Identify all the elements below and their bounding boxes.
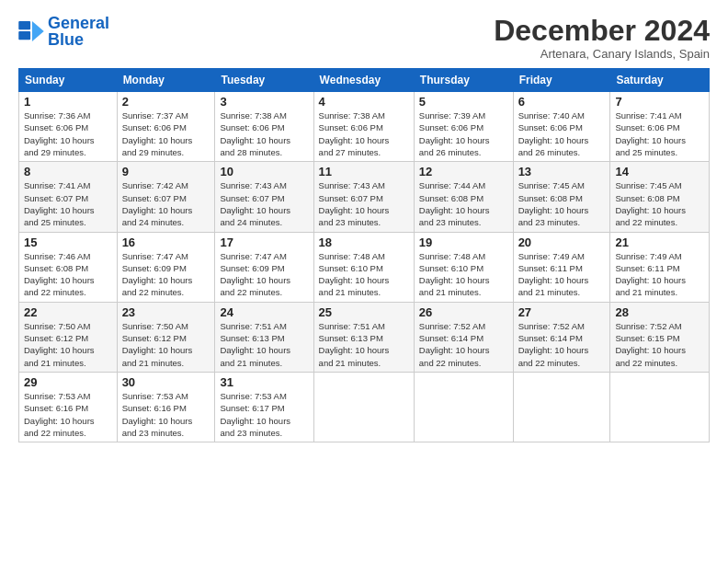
col-friday: Friday [513, 69, 610, 92]
table-row: 29Sunrise: 7:53 AM Sunset: 6:16 PM Dayli… [19, 372, 118, 442]
calendar-table: Sunday Monday Tuesday Wednesday Thursday… [18, 68, 710, 442]
table-row [414, 372, 513, 442]
day-number: 1 [24, 95, 112, 109]
day-number: 14 [615, 165, 704, 178]
table-row: 8Sunrise: 7:41 AM Sunset: 6:07 PM Daylig… [19, 162, 118, 232]
table-row: 17Sunrise: 7:47 AM Sunset: 6:09 PM Dayli… [215, 232, 313, 302]
day-info: Sunrise: 7:49 AM Sunset: 6:11 PM Dayligh… [615, 250, 704, 299]
subtitle: Artenara, Canary Islands, Spain [494, 47, 710, 61]
day-info: Sunrise: 7:43 AM Sunset: 6:07 PM Dayligh… [319, 179, 409, 228]
table-row: 9Sunrise: 7:42 AM Sunset: 6:07 PM Daylig… [117, 162, 215, 232]
day-info: Sunrise: 7:48 AM Sunset: 6:10 PM Dayligh… [319, 250, 409, 299]
calendar-week-row: 22Sunrise: 7:50 AM Sunset: 6:12 PM Dayli… [19, 302, 710, 372]
table-row: 27Sunrise: 7:52 AM Sunset: 6:14 PM Dayli… [513, 302, 610, 372]
day-number: 5 [419, 95, 508, 109]
svg-rect-1 [18, 31, 30, 40]
day-number: 27 [518, 305, 606, 319]
day-info: Sunrise: 7:48 AM Sunset: 6:10 PM Dayligh… [419, 250, 508, 299]
day-info: Sunrise: 7:45 AM Sunset: 6:08 PM Dayligh… [518, 179, 606, 228]
day-info: Sunrise: 7:53 AM Sunset: 6:16 PM Dayligh… [122, 390, 210, 439]
table-row: 12Sunrise: 7:44 AM Sunset: 6:08 PM Dayli… [414, 162, 513, 232]
day-number: 7 [615, 95, 704, 109]
day-number: 24 [220, 305, 308, 319]
table-row: 30Sunrise: 7:53 AM Sunset: 6:16 PM Dayli… [117, 372, 215, 442]
table-row: 11Sunrise: 7:43 AM Sunset: 6:07 PM Dayli… [313, 162, 414, 232]
day-info: Sunrise: 7:38 AM Sunset: 6:06 PM Dayligh… [319, 109, 409, 158]
day-number: 4 [319, 95, 409, 109]
col-sunday: Sunday [19, 69, 118, 92]
logo-text: General Blue [48, 15, 109, 48]
calendar-week-row: 15Sunrise: 7:46 AM Sunset: 6:08 PM Dayli… [19, 232, 710, 302]
day-info: Sunrise: 7:37 AM Sunset: 6:06 PM Dayligh… [122, 109, 210, 158]
day-number: 30 [122, 375, 210, 389]
table-row: 22Sunrise: 7:50 AM Sunset: 6:12 PM Dayli… [19, 302, 118, 372]
day-info: Sunrise: 7:49 AM Sunset: 6:11 PM Dayligh… [518, 250, 606, 299]
day-number: 22 [24, 305, 112, 319]
day-number: 2 [122, 95, 210, 109]
day-info: Sunrise: 7:47 AM Sunset: 6:09 PM Dayligh… [220, 250, 308, 299]
day-number: 6 [518, 95, 606, 109]
col-monday: Monday [117, 69, 215, 92]
day-number: 13 [518, 165, 606, 178]
day-info: Sunrise: 7:46 AM Sunset: 6:08 PM Dayligh… [24, 250, 112, 299]
table-row [313, 372, 414, 442]
day-number: 23 [122, 305, 210, 319]
day-number: 18 [319, 236, 409, 249]
logo-blue: Blue [48, 30, 84, 49]
table-row: 21Sunrise: 7:49 AM Sunset: 6:11 PM Dayli… [610, 232, 710, 302]
col-saturday: Saturday [610, 69, 710, 92]
day-info: Sunrise: 7:42 AM Sunset: 6:07 PM Dayligh… [122, 179, 210, 228]
day-number: 19 [419, 236, 508, 249]
table-row: 25Sunrise: 7:51 AM Sunset: 6:13 PM Dayli… [313, 302, 414, 372]
day-info: Sunrise: 7:51 AM Sunset: 6:13 PM Dayligh… [319, 320, 409, 369]
day-info: Sunrise: 7:52 AM Sunset: 6:15 PM Dayligh… [615, 320, 704, 369]
table-row: 18Sunrise: 7:48 AM Sunset: 6:10 PM Dayli… [313, 232, 414, 302]
table-row: 26Sunrise: 7:52 AM Sunset: 6:14 PM Dayli… [414, 302, 513, 372]
day-number: 10 [220, 165, 308, 178]
day-number: 9 [122, 165, 210, 178]
table-row: 7Sunrise: 7:41 AM Sunset: 6:06 PM Daylig… [610, 92, 710, 162]
day-info: Sunrise: 7:53 AM Sunset: 6:16 PM Dayligh… [24, 390, 112, 439]
day-info: Sunrise: 7:40 AM Sunset: 6:06 PM Dayligh… [518, 109, 606, 158]
day-number: 26 [419, 305, 508, 319]
table-row [610, 372, 710, 442]
table-row: 16Sunrise: 7:47 AM Sunset: 6:09 PM Dayli… [117, 232, 215, 302]
table-row: 6Sunrise: 7:40 AM Sunset: 6:06 PM Daylig… [513, 92, 610, 162]
day-info: Sunrise: 7:39 AM Sunset: 6:06 PM Dayligh… [419, 109, 508, 158]
table-row: 24Sunrise: 7:51 AM Sunset: 6:13 PM Dayli… [215, 302, 313, 372]
table-row: 1Sunrise: 7:36 AM Sunset: 6:06 PM Daylig… [19, 92, 118, 162]
day-info: Sunrise: 7:50 AM Sunset: 6:12 PM Dayligh… [122, 320, 210, 369]
table-row: 4Sunrise: 7:38 AM Sunset: 6:06 PM Daylig… [313, 92, 414, 162]
day-number: 31 [220, 375, 308, 389]
table-row: 13Sunrise: 7:45 AM Sunset: 6:08 PM Dayli… [513, 162, 610, 232]
table-row: 31Sunrise: 7:53 AM Sunset: 6:17 PM Dayli… [215, 372, 313, 442]
day-number: 12 [419, 165, 508, 178]
table-row: 23Sunrise: 7:50 AM Sunset: 6:12 PM Dayli… [117, 302, 215, 372]
table-row: 5Sunrise: 7:39 AM Sunset: 6:06 PM Daylig… [414, 92, 513, 162]
table-row: 15Sunrise: 7:46 AM Sunset: 6:08 PM Dayli… [19, 232, 118, 302]
page: General Blue December 2024 Artenara, Can… [0, 0, 728, 563]
table-row: 10Sunrise: 7:43 AM Sunset: 6:07 PM Dayli… [215, 162, 313, 232]
logo: General Blue [18, 15, 109, 48]
title-area: December 2024 Artenara, Canary Islands, … [494, 15, 710, 61]
table-row: 20Sunrise: 7:49 AM Sunset: 6:11 PM Dayli… [513, 232, 610, 302]
day-info: Sunrise: 7:38 AM Sunset: 6:06 PM Dayligh… [220, 109, 308, 158]
col-thursday: Thursday [414, 69, 513, 92]
table-row: 3Sunrise: 7:38 AM Sunset: 6:06 PM Daylig… [215, 92, 313, 162]
day-info: Sunrise: 7:36 AM Sunset: 6:06 PM Dayligh… [24, 109, 112, 158]
calendar-week-row: 8Sunrise: 7:41 AM Sunset: 6:07 PM Daylig… [19, 162, 710, 232]
table-row: 19Sunrise: 7:48 AM Sunset: 6:10 PM Dayli… [414, 232, 513, 302]
day-number: 16 [122, 236, 210, 249]
calendar-header-row: Sunday Monday Tuesday Wednesday Thursday… [19, 69, 710, 92]
col-wednesday: Wednesday [313, 69, 414, 92]
day-number: 28 [615, 305, 704, 319]
day-info: Sunrise: 7:53 AM Sunset: 6:17 PM Dayligh… [220, 390, 308, 439]
day-number: 3 [220, 95, 308, 109]
table-row: 28Sunrise: 7:52 AM Sunset: 6:15 PM Dayli… [610, 302, 710, 372]
month-title: December 2024 [494, 15, 710, 47]
day-number: 25 [319, 305, 409, 319]
day-info: Sunrise: 7:47 AM Sunset: 6:09 PM Dayligh… [122, 250, 210, 299]
svg-marker-2 [32, 21, 44, 41]
day-number: 8 [24, 165, 112, 178]
logo-icon [18, 21, 44, 41]
